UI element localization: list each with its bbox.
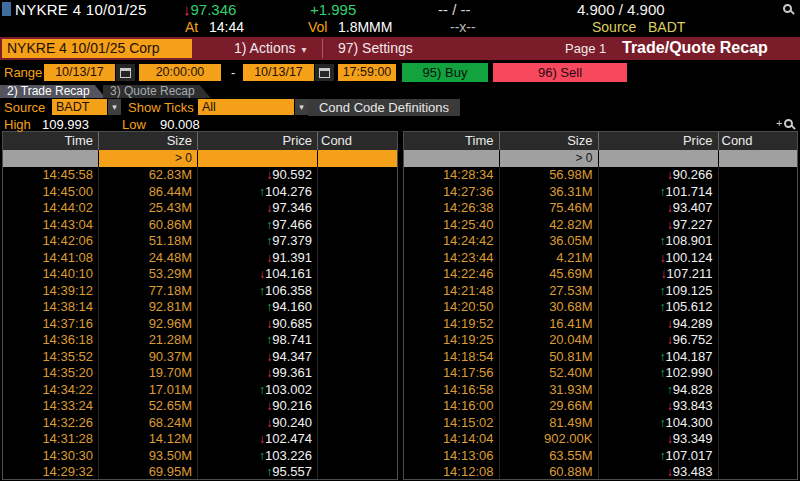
trade-row[interactable]: 14:25:40 42.82M ↓97.227 [404,217,798,234]
trade-time: 14:31:28 [3,431,99,448]
trade-time: 14:16:58 [404,382,500,399]
trade-row[interactable]: 14:19:25 20.04M ↓96.752 [404,332,798,349]
trade-row[interactable]: 14:16:00 29.66M ↓93.843 [404,398,798,415]
trade-time: 14:35:52 [3,349,99,366]
trade-row[interactable]: 14:39:12 77.18M ↑106.358 [3,283,397,300]
trade-row[interactable]: 14:23:44 4.21M ↓100.124 [404,250,798,267]
end-date-field[interactable]: 10/13/17 [243,64,314,81]
sell-button[interactable]: 96) Sell [493,63,627,82]
trade-row[interactable]: 14:45:00 86.44M ↑104.276 [3,184,397,201]
trade-row[interactable]: 14:24:42 36.05M ↑108.901 [404,233,798,250]
trade-cond [719,398,798,415]
price-value: 90.685 [272,316,312,331]
price-filter-field[interactable] [599,150,719,167]
trade-row[interactable]: 14:44:02 25.43M ↓97.346 [3,200,397,217]
trade-row[interactable]: 14:21:48 27.53M ↑109.125 [404,283,798,300]
trade-time: 14:42:06 [3,233,99,250]
trade-time: 14:45:58 [3,167,99,184]
trade-row[interactable]: 14:43:04 60.86M ↑97.466 [3,217,397,234]
chevron-down-icon[interactable]: ▾ [295,99,308,115]
filter-toolbar: Source BADT ▾ Show Ticks All ▾ Cond Code… [0,98,800,117]
trade-price: ↓90.266 [599,167,719,184]
trade-size: 36.05M [500,233,599,250]
trade-cond [719,167,798,184]
trade-row[interactable]: 14:32:26 68.24M ↓90.240 [3,415,397,432]
trade-row[interactable]: 14:33:24 52.65M ↓90.216 [3,398,397,415]
table-body: 14:28:34 56.98M ↓90.266 14:27:36 36.31M … [404,167,798,479]
trade-size: 14.12M [99,431,198,448]
trade-row[interactable]: 14:17:56 52.40M ↑102.990 [404,365,798,382]
trade-row[interactable]: 14:30:30 93.50M ↑103.226 [3,448,397,465]
trade-row[interactable]: 14:12:08 60.88M ↓93.483 [404,464,798,479]
trade-row[interactable]: 14:16:58 31.93M ↑94.828 [404,382,798,399]
trade-row[interactable]: 14:31:28 14.12M ↓102.474 [3,431,397,448]
trade-price: ↓91.391 [198,250,318,267]
trade-row[interactable]: 14:18:54 50.81M ↑104.187 [404,349,798,366]
source-select[interactable]: BADT [52,99,107,115]
trade-row[interactable]: 14:37:16 92.96M ↓90.685 [3,316,397,333]
calendar-icon[interactable] [315,64,334,81]
trade-row[interactable]: 14:27:36 36.31M ↑101.714 [404,184,798,201]
trade-cond [719,283,798,300]
show-ticks-select[interactable]: All [198,99,294,115]
price-filter-field[interactable] [198,150,318,167]
calendar-icon[interactable] [116,64,135,81]
actions-menu[interactable]: 1) Actions▾ [234,39,307,59]
trade-price: ↑104.300 [599,415,719,432]
bid-ask-size: --x-- [450,19,476,35]
high-value: 109.993 [42,117,89,132]
price-value: 94.289 [673,316,713,331]
price-value: 90.266 [673,167,713,182]
start-time-field[interactable]: 20:00:00 [139,64,221,81]
start-date-field[interactable]: 10/13/17 [44,64,115,81]
trade-size: 45.69M [500,266,599,283]
table-body: 14:45:58 62.83M ↓90.592 14:45:00 86.44M … [3,167,397,479]
trade-row[interactable]: 14:38:14 92.81M ↑94.160 [3,299,397,316]
trade-size: 27.53M [500,283,599,300]
trade-row[interactable]: 14:35:20 19.70M ↓99.361 [3,365,397,382]
trade-price: ↓90.216 [198,398,318,415]
trade-cond [318,233,397,250]
trade-row[interactable]: 14:13:06 63.55M ↑107.017 [404,448,798,465]
trade-time: 14:35:20 [3,365,99,382]
trade-cond [719,299,798,316]
cond-code-definitions-button[interactable]: Cond Code Definitions [308,99,460,116]
trade-row[interactable]: 14:36:18 21.28M ↑98.741 [3,332,397,349]
search-icon[interactable] [783,4,792,13]
cond-filter-field[interactable] [719,150,798,167]
trade-row[interactable]: 14:45:58 62.83M ↓90.592 [3,167,397,184]
col-header-size: Size [500,132,599,150]
size-filter-field[interactable]: > 0 [500,150,599,167]
trade-row[interactable]: 14:20:50 30.68M ↑105.612 [404,299,798,316]
time-filter-field[interactable] [404,150,500,167]
tab-quote-recap[interactable]: 3) Quote Recap [103,85,211,98]
tab-trade-recap[interactable]: 2) Trade Recap [0,85,106,98]
col-header-size: Size [99,132,198,150]
trade-row[interactable]: 14:35:52 90.37M ↓94.347 [3,349,397,366]
price-value: 93.407 [673,200,713,215]
trade-row[interactable]: 14:29:32 69.95M ↑95.557 [3,464,397,479]
trade-row[interactable]: 14:40:10 53.29M ↓104.161 [3,266,397,283]
chevron-down-icon[interactable]: ▾ [108,99,121,115]
trade-row[interactable]: 14:41:08 24.48M ↓91.391 [3,250,397,267]
zoom-plus-icon[interactable]: + [776,117,791,129]
trade-row[interactable]: 14:14:04 902.00K ↓93.349 [404,431,798,448]
end-time-field[interactable]: 17:59:00 [338,64,396,81]
time-filter-field[interactable] [3,150,99,167]
settings-menu[interactable]: 97) Settings [338,39,413,58]
trade-price: ↑95.557 [198,464,318,479]
trade-cond [719,448,798,465]
trade-row[interactable]: 14:19:52 16.41M ↓94.289 [404,316,798,333]
trade-row[interactable]: 14:34:22 17.01M ↑103.002 [3,382,397,399]
trade-row[interactable]: 14:15:02 81.49M ↑104.300 [404,415,798,432]
trade-row[interactable]: 14:22:46 45.69M ↓107.211 [404,266,798,283]
buy-button[interactable]: 95) Buy [402,63,488,82]
trade-row[interactable]: 14:42:06 51.18M ↑97.379 [3,233,397,250]
trade-time: 14:19:25 [404,332,500,349]
trade-size: 86.44M [99,184,198,201]
trade-row[interactable]: 14:26:38 75.46M ↓93.407 [404,200,798,217]
trade-row[interactable]: 14:28:34 56.98M ↓90.266 [404,167,798,184]
price-value: 97.379 [272,233,312,248]
size-filter-field[interactable]: > 0 [99,150,198,167]
cond-filter-field[interactable] [318,150,397,167]
